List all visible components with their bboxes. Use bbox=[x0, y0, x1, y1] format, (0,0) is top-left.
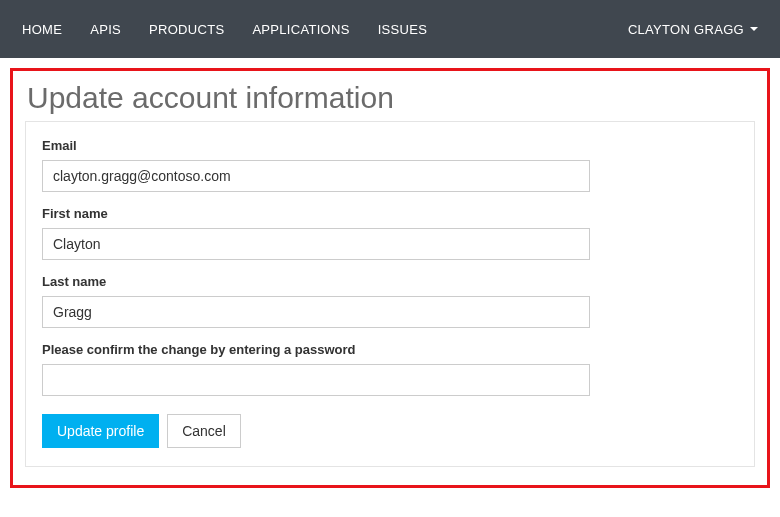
first-name-field[interactable] bbox=[42, 228, 590, 260]
chevron-down-icon bbox=[750, 27, 758, 31]
email-field[interactable] bbox=[42, 160, 590, 192]
update-profile-button[interactable]: Update profile bbox=[42, 414, 159, 448]
nav-right: CLAYTON GRAGG bbox=[614, 22, 772, 37]
password-field[interactable] bbox=[42, 364, 590, 396]
top-navbar: HOME APIS PRODUCTS APPLICATIONS ISSUES C… bbox=[0, 0, 780, 58]
highlight-box: Update account information Email First n… bbox=[10, 68, 770, 488]
form-group-first-name: First name bbox=[42, 206, 738, 260]
content-area: Update account information Email First n… bbox=[0, 58, 780, 498]
email-label: Email bbox=[42, 138, 738, 153]
form-group-email: Email bbox=[42, 138, 738, 192]
nav-apis[interactable]: APIS bbox=[76, 0, 135, 58]
form-panel: Email First name Last name Please confir… bbox=[25, 121, 755, 467]
last-name-label: Last name bbox=[42, 274, 738, 289]
user-name-label: CLAYTON GRAGG bbox=[628, 22, 744, 37]
button-row: Update profile Cancel bbox=[42, 414, 738, 448]
nav-products[interactable]: PRODUCTS bbox=[135, 0, 238, 58]
user-menu[interactable]: CLAYTON GRAGG bbox=[614, 22, 772, 37]
form-group-password: Please confirm the change by entering a … bbox=[42, 342, 738, 396]
form-group-last-name: Last name bbox=[42, 274, 738, 328]
nav-applications[interactable]: APPLICATIONS bbox=[238, 0, 363, 58]
nav-left: HOME APIS PRODUCTS APPLICATIONS ISSUES bbox=[8, 0, 441, 58]
last-name-field[interactable] bbox=[42, 296, 590, 328]
page-title: Update account information bbox=[25, 81, 755, 115]
password-label: Please confirm the change by entering a … bbox=[42, 342, 738, 357]
nav-home[interactable]: HOME bbox=[8, 0, 76, 58]
cancel-button[interactable]: Cancel bbox=[167, 414, 241, 448]
nav-issues[interactable]: ISSUES bbox=[364, 0, 441, 58]
first-name-label: First name bbox=[42, 206, 738, 221]
